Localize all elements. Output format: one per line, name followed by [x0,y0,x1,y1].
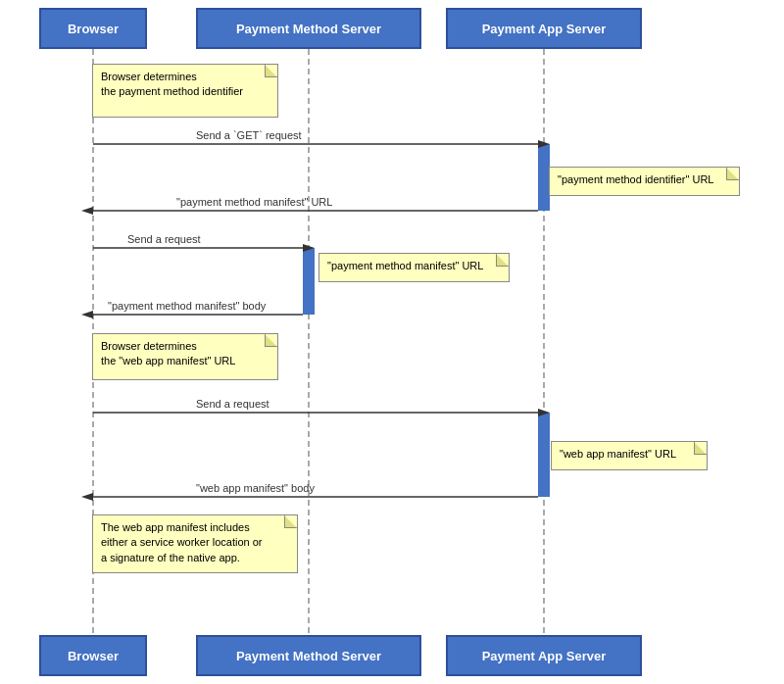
note-payment-method-manifest-url: "payment method manifest" URL [318,253,510,282]
arrow-label-get-request: Send a `GET` request [196,129,302,141]
svg-rect-5 [538,413,550,497]
actor-payment-app-server-footer: Payment App Server [446,635,642,676]
note-browser-determines-webapp-manifest: Browser determinesthe "web app manifest"… [92,333,278,380]
actor-payment-app-server-header: Payment App Server [446,8,642,49]
arrow-label-send-request-2: Send a request [196,398,270,410]
svg-marker-9 [81,207,93,215]
arrow-label-web-app-manifest-body: "web app manifest" body [196,482,315,494]
svg-marker-15 [538,409,550,416]
note-web-app-manifest-url: "web app manifest" URL [551,441,708,470]
actor-payment-method-server-header: Payment Method Server [196,8,421,49]
actor-browser-header: Browser [39,8,147,49]
arrow-label-send-request-1: Send a request [127,233,201,245]
svg-marker-13 [81,311,93,318]
actor-payment-method-server-footer: Payment Method Server [196,635,421,676]
note-payment-method-identifier-url: "payment method identifier" URL [549,167,740,196]
diagram-container: Browser Payment Method Server Payment Ap… [0,0,784,684]
arrow-label-payment-method-manifest-url: "payment method manifest" URL [176,196,332,208]
svg-marker-11 [303,244,315,252]
svg-marker-7 [538,140,550,148]
note-web-app-manifest-info: The web app manifest includeseither a se… [92,514,298,573]
arrow-label-payment-method-manifest-body: "payment method manifest" body [108,300,266,312]
svg-marker-17 [81,493,93,501]
svg-rect-4 [303,248,315,315]
actor-browser-footer: Browser [39,635,147,676]
note-browser-determines-payment-method: Browser determinesthe payment method ide… [92,64,278,118]
